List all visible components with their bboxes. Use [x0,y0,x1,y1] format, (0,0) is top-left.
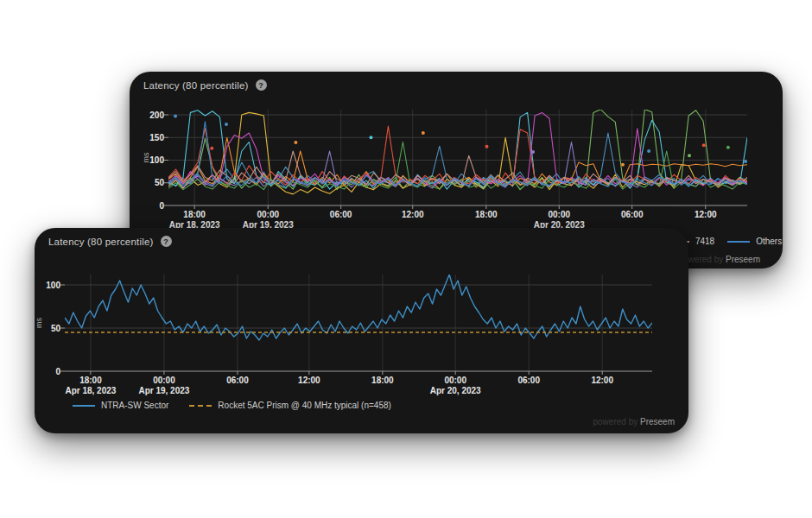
svg-text:12:00: 12:00 [298,376,320,385]
brand-name[interactable]: Preseem [726,255,760,264]
legend-swatch [189,405,212,407]
legend-label: NTRA-SW Sector [101,401,168,410]
svg-text:100: 100 [149,155,164,165]
svg-text:50: 50 [155,178,165,187]
svg-text:Apr 20, 2023: Apr 20, 2023 [430,386,481,395]
svg-text:200: 200 [149,111,164,120]
chart-legend: NTRA-SW SectorRocket 5AC Prism @ 40 MHz … [73,401,391,410]
legend-swatch [727,241,750,243]
svg-text:06:00: 06:00 [226,376,249,385]
legend-label: 7418 [695,237,714,246]
svg-text:Apr 19, 2023: Apr 19, 2023 [138,386,189,395]
legend-swatch [73,405,95,407]
brand-name[interactable]: Preseem [640,417,675,426]
svg-text:150: 150 [149,133,164,142]
svg-text:18:00: 18:00 [79,376,102,385]
svg-text:0: 0 [55,367,60,376]
svg-text:00:00: 00:00 [444,376,466,385]
svg-text:18:00: 18:00 [371,376,394,385]
svg-text:50: 50 [51,324,61,333]
legend-label: Rocket 5AC Prism @ 40 MHz typical (n=458… [218,401,391,410]
svg-text:18:00: 18:00 [475,210,498,219]
legend-item-others[interactable]: Others [727,237,782,246]
legend-item-rocket-5ac-prism-40-mhz-typical-n-458-[interactable]: Rocket 5AC Prism @ 40 MHz typical (n=458… [189,401,391,410]
legend-item-ntra-sw-sector[interactable]: NTRA-SW Sector [73,401,168,410]
svg-text:Apr 18, 2023: Apr 18, 2023 [65,386,116,395]
svg-text:00:00: 00:00 [548,210,570,219]
svg-text:0: 0 [159,201,164,211]
powered-by-label: powered by [593,417,638,426]
svg-text:12:00: 12:00 [591,376,613,385]
svg-text:06:00: 06:00 [517,376,540,385]
svg-text:00:00: 00:00 [153,376,175,385]
powered-by: powered by Preseem [679,255,761,264]
svg-text:12:00: 12:00 [402,210,424,219]
svg-text:ms: ms [142,152,150,162]
svg-text:ms: ms [35,318,43,328]
svg-text:06:00: 06:00 [330,210,352,219]
svg-text:12:00: 12:00 [695,210,717,219]
svg-text:100: 100 [46,281,60,290]
powered-by: powered by Preseem [593,417,676,426]
svg-text:00:00: 00:00 [257,210,279,219]
latency-panel-single-series: Latency (80 percentile) ? 18:00Apr 18, 2… [35,228,688,433]
svg-text:06:00: 06:00 [621,210,644,219]
svg-text:18:00: 18:00 [183,210,206,219]
legend-label: Others [756,237,782,246]
